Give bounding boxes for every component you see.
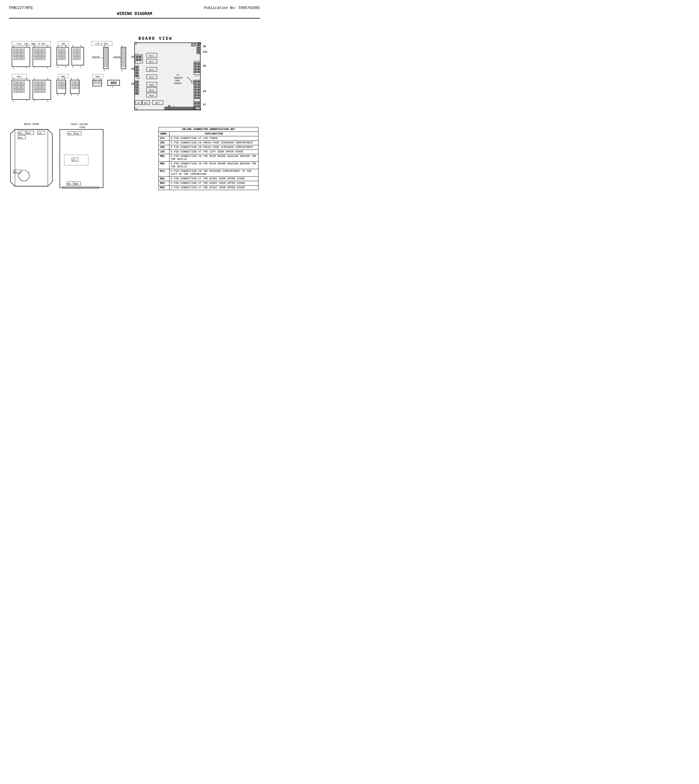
svg-text:RL5: RL5 [149, 68, 154, 71]
svg-text:6: 6 [65, 45, 66, 47]
svg-rect-243 [194, 103, 197, 104]
explanation-cell: 9 PIN CONNECTION AT AIR TOWER [169, 136, 258, 141]
svg-rect-278 [63, 187, 99, 188]
svg-rect-76 [73, 53, 76, 56]
svg-text:2 4: 2 4 [136, 53, 139, 55]
svg-rect-3 [13, 49, 17, 52]
svg-rect-219 [194, 68, 197, 70]
svg-text:7: 7 [26, 67, 27, 69]
svg-rect-99 [76, 86, 79, 89]
svg-text:RL3: RL3 [149, 76, 154, 79]
svg-rect-87 [58, 82, 61, 85]
table-row: RH32 PIN CONNECTION AT THE RIGHT DOOR UP… [159, 185, 258, 190]
svg-text:1: 1 [80, 66, 81, 68]
svg-rect-98 [72, 86, 75, 89]
explanation-cell: 6 PIN CONNECTION IN FRESH FOOD ICEMAKER … [169, 145, 258, 150]
abbr-cell: LH2 [159, 150, 169, 154]
svg-rect-197 [184, 107, 186, 110]
svg-rect-166 [136, 87, 138, 89]
svg-text:RL9: RL9 [149, 89, 154, 91]
svg-rect-234 [197, 89, 200, 91]
svg-text:3: 3 [64, 94, 65, 96]
svg-rect-67 [58, 56, 61, 60]
svg-text:J9: J9 [203, 45, 206, 48]
svg-text:1: 1 [136, 77, 137, 79]
svg-text:4: 4 [64, 78, 65, 80]
abbr-cell: AT1 [159, 136, 169, 141]
abbreviation-table-container: INLINE CONNECTOR ABBREVIATION KEY ABBR. … [159, 127, 258, 190]
svg-rect-65 [58, 53, 61, 56]
svg-text:J4: J4 [203, 90, 206, 93]
explanation-cell: 5 PIN CONNECTION AT THE RIGHT DOOR UPPER… [169, 181, 258, 185]
svg-rect-74 [73, 49, 76, 52]
svg-rect-6 [13, 53, 17, 56]
svg-text:4: 4 [72, 66, 73, 68]
svg-rect-10 [17, 56, 21, 60]
svg-rect-195 [179, 107, 182, 110]
svg-rect-53 [35, 89, 38, 93]
col-explanation: EXPLANATION [169, 132, 258, 136]
table-row: MC19 PIN CONNECTION IN THE MACHINE COMPA… [159, 169, 258, 177]
svg-text:2: 2 [93, 78, 94, 80]
svg-rect-24 [38, 56, 41, 60]
svg-rect-142 [136, 59, 138, 61]
svg-rect-218 [197, 65, 200, 68]
svg-rect-215 [194, 63, 197, 65]
table-row: IM26 PIN CONNECTION IN FRESH FOOD ICEMAK… [159, 145, 258, 150]
svg-rect-123 [122, 64, 125, 67]
svg-rect-221 [194, 71, 197, 73]
table-row: MB19 PIN CONNECTION IN THE MAIN BOARD HO… [159, 154, 258, 162]
svg-rect-34 [17, 82, 21, 85]
svg-rect-141 [139, 56, 141, 58]
svg-rect-33 [13, 82, 17, 85]
svg-marker-251 [10, 129, 52, 186]
svg-rect-191 [170, 107, 172, 110]
svg-text:J3: J3 [131, 83, 134, 86]
svg-rect-208 [197, 44, 200, 46]
svg-rect-90 [62, 86, 65, 89]
svg-text:2: 2 [57, 78, 58, 80]
svg-rect-96 [72, 82, 75, 85]
svg-rect-75 [77, 49, 80, 52]
svg-rect-4 [17, 49, 21, 52]
page-header: FPBC2277RFG Publication No: 5995702601 [9, 6, 260, 10]
svg-rect-110 [104, 52, 107, 55]
svg-text:1: 1 [77, 94, 78, 96]
svg-text:1: 1 [13, 100, 14, 102]
svg-rect-164 [136, 81, 138, 83]
svg-text:1: 1 [104, 69, 105, 72]
svg-rect-235 [194, 91, 197, 94]
svg-rect-20 [35, 53, 38, 56]
svg-rect-50 [35, 86, 38, 89]
svg-text:MB1: MB1 [67, 183, 71, 185]
explanation-cell: 9 PIN CONNECTION AT THE RIGHT DOOR UPPER… [169, 177, 258, 181]
table-title: INLINE CONNECTOR ABBREVIATION KEY [159, 127, 258, 132]
header-divider [9, 18, 260, 18]
svg-rect-51 [38, 86, 41, 89]
svg-rect-8 [21, 53, 25, 56]
svg-text:2: 2 [77, 78, 78, 80]
svg-text:J11: J11 [203, 51, 208, 53]
abbr-cell: RH1 [159, 177, 169, 181]
svg-rect-140 [136, 56, 138, 58]
svg-text:1: 1 [47, 100, 48, 102]
svg-text:RL6: RL6 [149, 83, 154, 86]
svg-text:3: 3 [13, 78, 14, 80]
svg-text:MC1: MC1 [14, 171, 18, 174]
col-abbr: ABBR. [159, 132, 169, 136]
svg-text:VIEW: VIEW [79, 126, 85, 129]
svg-text:7: 7 [33, 67, 35, 69]
svg-rect-49 [42, 82, 45, 85]
svg-rect-239 [194, 97, 197, 99]
svg-rect-89 [58, 86, 61, 89]
svg-text:3: 3 [80, 45, 81, 47]
svg-text:1: 1 [57, 66, 58, 68]
svg-rect-129 [94, 81, 96, 84]
svg-rect-25 [42, 56, 45, 60]
svg-rect-41 [21, 89, 25, 93]
svg-rect-137 [134, 43, 200, 110]
svg-rect-122 [122, 60, 125, 63]
svg-rect-111 [104, 56, 107, 59]
svg-text:5: 5 [104, 45, 105, 47]
svg-rect-196 [182, 107, 184, 110]
